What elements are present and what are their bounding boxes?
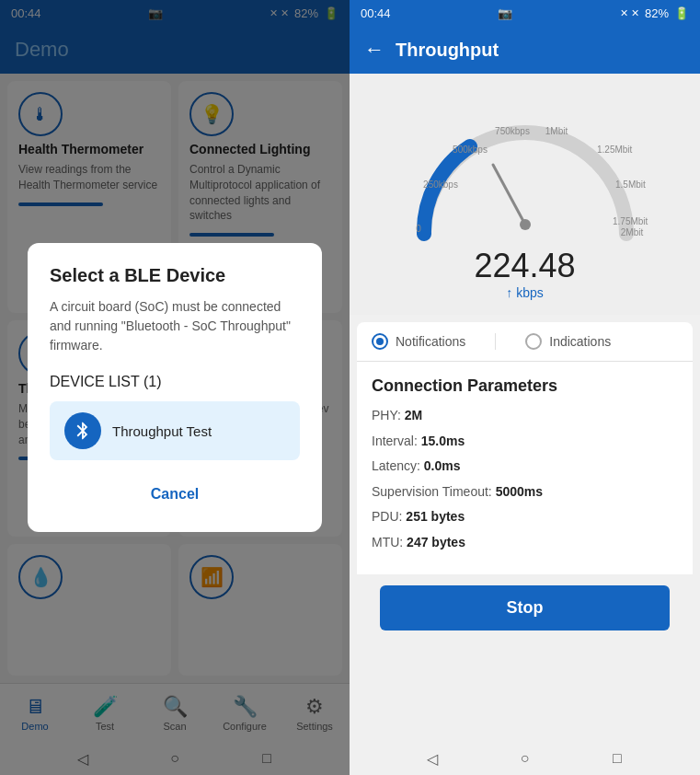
param-mtu-value: 247 bytes	[407, 535, 465, 549]
ble-device-dialog: Select a BLE Device A circuit board (SoC…	[28, 243, 322, 532]
device-list-label: DEVICE LIST (1)	[50, 374, 300, 390]
radio-indications	[525, 333, 542, 350]
measurement-tabs: Notifications Indications	[357, 322, 693, 362]
svg-text:250kbps: 250kbps	[423, 179, 458, 190]
param-phy: PHY: 2M	[372, 407, 678, 425]
params-title: Connection Parameters	[372, 376, 678, 396]
right-panel: 00:44 📷 ✕ ✕ 82% 🔋 ← Throughput 0 250kb	[350, 0, 700, 775]
stop-button-section: Stop	[350, 574, 700, 645]
param-latency-label: Latency:	[372, 458, 424, 473]
unit-label: kbps	[516, 285, 544, 300]
connection-parameters: Connection Parameters PHY: 2M Interval: …	[357, 362, 693, 574]
tab-notifications-label: Notifications	[396, 334, 465, 349]
right-home-button[interactable]: ○	[513, 747, 535, 769]
svg-text:1Mbit: 1Mbit	[545, 126, 568, 136]
right-time: 00:44	[361, 6, 391, 20]
param-pdu-value: 251 bytes	[406, 509, 465, 524]
param-phy-label: PHY:	[372, 408, 405, 422]
svg-point-1	[520, 219, 531, 230]
dialog-cancel-section: Cancel	[50, 479, 300, 510]
svg-text:2Mbit: 2Mbit	[620, 227, 643, 237]
param-supervision-value: 5000ms	[496, 484, 543, 499]
dialog-overlay: Select a BLE Device A circuit board (SoC…	[0, 0, 350, 775]
svg-text:1.25Mbit: 1.25Mbit	[597, 145, 633, 155]
param-pdu-label: PDU:	[372, 509, 406, 524]
tab-notifications[interactable]: Notifications	[372, 333, 465, 350]
svg-text:1.75Mbit: 1.75Mbit	[613, 216, 648, 226]
dialog-description: A circuit board (SoC) must be connected …	[50, 297, 300, 355]
radio-notifications	[372, 333, 388, 350]
up-arrow-icon: ↑	[506, 285, 512, 300]
param-interval-label: Interval:	[372, 434, 421, 448]
right-battery: 82%	[645, 6, 669, 20]
param-phy-value: 2M	[405, 408, 422, 422]
param-interval-value: 15.0ms	[421, 434, 465, 448]
gauge-unit: ↑ kbps	[474, 285, 575, 300]
param-supervision-label: Supervision Timeout:	[372, 484, 496, 499]
right-status-icon: 📷	[498, 6, 512, 20]
system-nav-right: ◁ ○ □	[350, 742, 700, 775]
device-name: Throughput Test	[112, 423, 212, 439]
bluetooth-icon	[64, 412, 101, 449]
gauge-value-display: 224.48 ↑ kbps	[474, 247, 575, 300]
param-mtu-label: MTU:	[372, 535, 407, 549]
param-interval: Interval: 15.0ms	[372, 433, 678, 451]
svg-text:500kbps: 500kbps	[453, 145, 488, 155]
right-app-title: Throughput	[396, 40, 499, 61]
tab-divider	[495, 333, 496, 350]
svg-text:1.5Mbit: 1.5Mbit	[615, 179, 646, 190]
device-list-item[interactable]: Throughput Test	[50, 401, 300, 460]
param-latency: Latency: 0.0ms	[372, 457, 678, 476]
param-pdu: PDU: 251 bytes	[372, 508, 678, 526]
left-panel: 00:44 📷 ✕ ✕ 82% 🔋 Demo 🌡 Health Thermome…	[0, 0, 350, 775]
dialog-title: Select a BLE Device	[50, 265, 300, 286]
right-recents-button[interactable]: □	[606, 747, 628, 769]
speedometer-gauge: 0 250kbps 500kbps 750kbps 1Mbit 1.25Mbit…	[396, 96, 654, 243]
svg-line-0	[493, 165, 525, 225]
gauge-section: 0 250kbps 500kbps 750kbps 1Mbit 1.25Mbit…	[350, 74, 700, 315]
param-supervision: Supervision Timeout: 5000ms	[372, 483, 678, 502]
bottom-content: Notifications Indications Connection Par…	[350, 315, 700, 742]
tab-indications-label: Indications	[549, 334, 611, 349]
right-network-icons: ✕ ✕	[620, 7, 639, 19]
svg-text:750kbps: 750kbps	[495, 126, 530, 136]
param-latency-value: 0.0ms	[424, 458, 461, 473]
param-mtu: MTU: 247 bytes	[372, 534, 678, 552]
right-app-bar: ← Throughput	[350, 26, 700, 74]
right-battery-icon: 🔋	[674, 6, 689, 20]
back-arrow-icon[interactable]: ←	[364, 38, 384, 62]
gauge-number: 224.48	[474, 247, 575, 285]
tab-indications[interactable]: Indications	[525, 333, 611, 350]
svg-text:0: 0	[416, 224, 421, 234]
right-back-button[interactable]: ◁	[421, 747, 443, 769]
right-status-bar: 00:44 📷 ✕ ✕ 82% 🔋	[350, 0, 700, 26]
cancel-button[interactable]: Cancel	[129, 479, 221, 510]
stop-button[interactable]: Stop	[380, 585, 669, 630]
